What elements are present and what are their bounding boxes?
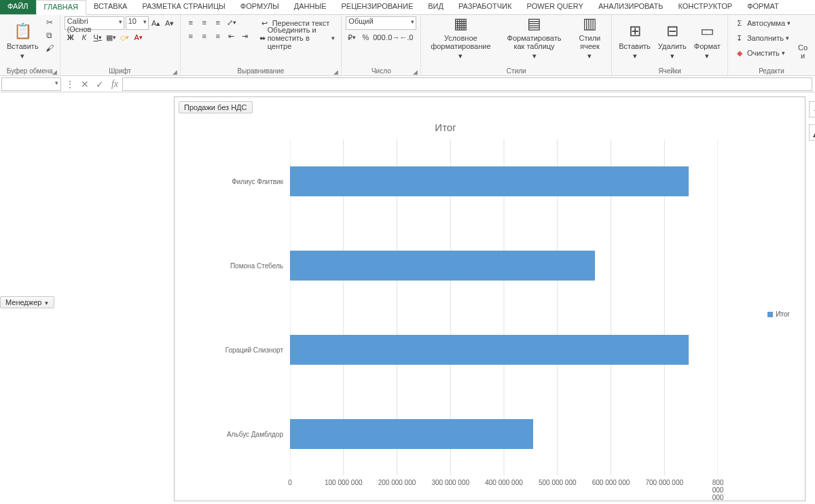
align-right-button[interactable]: ≡	[212, 30, 224, 42]
conditional-format-icon: ▦	[451, 15, 470, 33]
tab-formulas[interactable]: ФОРМУЛЫ	[233, 0, 287, 14]
delete-icon: ⊟	[663, 22, 682, 41]
conditional-formatting-button[interactable]: ▦ Условное форматирование▾	[425, 16, 496, 61]
more-button[interactable]: ⋮	[62, 77, 77, 92]
merge-label: Объединить и поместить в центре	[268, 26, 330, 50]
cell-label: Стили ячеек	[575, 34, 605, 50]
table-icon: ▤	[525, 15, 544, 33]
increase-font-button[interactable]: A▴	[150, 17, 162, 29]
copy-button[interactable]: ⧉	[43, 29, 56, 41]
group-cells: ⊞ Вставить▾ ⊟ Удалить▾ ▭ Формат▾ Ячейки	[612, 15, 728, 75]
formula-input[interactable]	[122, 77, 812, 91]
tab-power-query[interactable]: POWER QUERY	[519, 0, 591, 14]
tab-file[interactable]: ФАЙЛ	[0, 0, 36, 14]
bar-2[interactable]	[290, 335, 689, 365]
group-editing-label: Редакти	[732, 67, 811, 75]
insert-label: Вставить	[619, 42, 651, 50]
align-bottom-button[interactable]: ≡	[212, 16, 224, 29]
dialog-launcher-icon[interactable]: ◢	[413, 69, 418, 75]
fill-icon: ↧	[734, 33, 745, 43]
name-box[interactable]	[1, 77, 61, 91]
tab-analyze[interactable]: АНАЛИЗИРОВАТЬ	[591, 0, 671, 14]
x-tick-3: 300 000 000	[431, 479, 469, 486]
bar-1[interactable]	[290, 251, 595, 281]
underline-button[interactable]: Ч▾	[92, 31, 104, 43]
fill-button[interactable]: ↧Заполнить▾	[732, 31, 793, 45]
clipboard-icon: 📋	[13, 22, 32, 41]
bar-3[interactable]	[290, 419, 533, 449]
chart-title[interactable]: Итог	[175, 122, 717, 133]
borders-button[interactable]: ▦▾	[105, 31, 117, 43]
tab-insert[interactable]: ВСТАВКА	[86, 0, 134, 14]
clear-icon: ◆	[734, 48, 745, 58]
delete-cells-button[interactable]: ⊟ Удалить▾	[655, 16, 689, 61]
format-cells-button[interactable]: ▭ Формат▾	[691, 16, 723, 61]
chart-styles-button[interactable]: 🖌	[809, 124, 815, 141]
font-color-button[interactable]: A▾	[132, 31, 145, 43]
decrease-font-button[interactable]: A▾	[164, 17, 176, 29]
enter-button[interactable]: ✓	[92, 77, 107, 92]
chevron-down-icon: ▾	[20, 52, 24, 60]
cell-styles-button[interactable]: ▥ Стили ячеек▾	[573, 16, 608, 61]
format-as-table-button[interactable]: ▤ Форматировать как таблицу▾	[498, 16, 570, 61]
plot-area[interactable]: Филиус Флитвик Помона Стебель Гораций Сл…	[290, 139, 718, 475]
dialog-launcher-icon[interactable]: ◢	[173, 69, 177, 75]
orientation-button[interactable]: ⤢▾	[225, 16, 238, 29]
ribbon-tabs: ФАЙЛ ГЛАВНАЯ ВСТАВКА РАЗМЕТКА СТРАНИЦЫ Ф…	[0, 0, 815, 15]
table-label: Форматировать как таблицу	[501, 34, 567, 50]
y-tick-3: Альбус Дамблдор	[175, 431, 283, 438]
font-name-select[interactable]: Calibri (Основ	[65, 16, 124, 30]
tab-review[interactable]: РЕЦЕНЗИРОВАНИЕ	[333, 0, 420, 14]
align-left-button[interactable]: ≡	[185, 30, 197, 42]
dialog-launcher-icon[interactable]: ◢	[52, 69, 57, 75]
group-font: Calibri (Основ 10 A▴ A▾ Ж К Ч▾ ▦▾ ◇▾ A▾ …	[60, 15, 181, 75]
x-tick-8: 800 000 000	[712, 479, 724, 501]
percent-button[interactable]: %	[359, 31, 372, 43]
tab-developer[interactable]: РАЗРАБОТЧИК	[451, 0, 519, 14]
chart-legend[interactable]: Итог	[767, 310, 790, 318]
bar-0[interactable]	[290, 166, 689, 196]
font-size-select[interactable]: 10	[126, 16, 149, 30]
tab-format[interactable]: ФОРМАТ	[740, 0, 786, 14]
cut-button[interactable]: ✂	[43, 16, 56, 29]
group-cells-label: Ячейки	[616, 67, 723, 75]
group-alignment-label: Выравнивание	[238, 67, 285, 75]
chart-add-element-button[interactable]: +	[809, 101, 815, 118]
increase-indent-button[interactable]: ⇥	[239, 30, 251, 42]
align-middle-button[interactable]: ≡	[198, 16, 211, 29]
merge-center-button[interactable]: ⬌Объединить и поместить в центре▾	[257, 31, 338, 45]
sum-label: Автосумма	[747, 19, 785, 27]
worksheet[interactable]: Менеджер▼ Продажи без НДС Итог + 🖌 Итог	[0, 92, 815, 504]
insert-cells-button[interactable]: ⊞ Вставить▾	[616, 16, 653, 61]
decrease-decimal-button[interactable]: ←.0	[400, 31, 412, 43]
cancel-button[interactable]: ✕	[77, 77, 92, 92]
clear-button[interactable]: ◆Очистить▾	[732, 46, 793, 60]
align-center-button[interactable]: ≡	[198, 30, 211, 42]
tab-page-layout[interactable]: РАЗМЕТКА СТРАНИЦЫ	[134, 0, 232, 14]
tab-design[interactable]: КОНСТРУКТОР	[671, 0, 740, 14]
tab-view[interactable]: ВИД	[420, 0, 451, 14]
fx-button[interactable]: fx	[107, 77, 122, 92]
x-tick-6: 600 000 000	[592, 479, 630, 486]
clear-label: Очистить	[747, 49, 780, 57]
decrease-indent-button[interactable]: ⇤	[225, 30, 238, 42]
tab-home[interactable]: ГЛАВНАЯ	[36, 0, 86, 15]
sort-filter-button[interactable]: Со и	[795, 16, 811, 61]
chart-area[interactable]: Продажи без НДС Итог + 🖌 Итог	[174, 96, 805, 501]
paste-button[interactable]: 📋 Вставить ▾	[4, 16, 41, 61]
number-format-select[interactable]: Общий	[346, 16, 416, 30]
currency-button[interactable]: ₽▾	[346, 31, 358, 43]
autosum-button[interactable]: ΣАвтосумма▾	[732, 16, 793, 30]
axis-field-pill[interactable]: Менеджер▼	[0, 296, 54, 308]
tab-data[interactable]: ДАННЫЕ	[287, 0, 334, 14]
x-tick-2: 200 000 000	[378, 479, 416, 486]
align-top-button[interactable]: ≡	[185, 16, 197, 29]
fill-color-button[interactable]: ◇▾	[119, 31, 131, 43]
legend-swatch	[767, 312, 773, 317]
page-field-pill[interactable]: Продажи без НДС	[179, 101, 253, 113]
dialog-launcher-icon[interactable]: ◢	[333, 69, 338, 75]
format-painter-button[interactable]: 🖌	[43, 42, 56, 54]
increase-decimal-button[interactable]: .0→	[386, 31, 399, 43]
cell-styles-icon: ▥	[580, 15, 599, 33]
comma-button[interactable]: 000	[373, 31, 385, 43]
